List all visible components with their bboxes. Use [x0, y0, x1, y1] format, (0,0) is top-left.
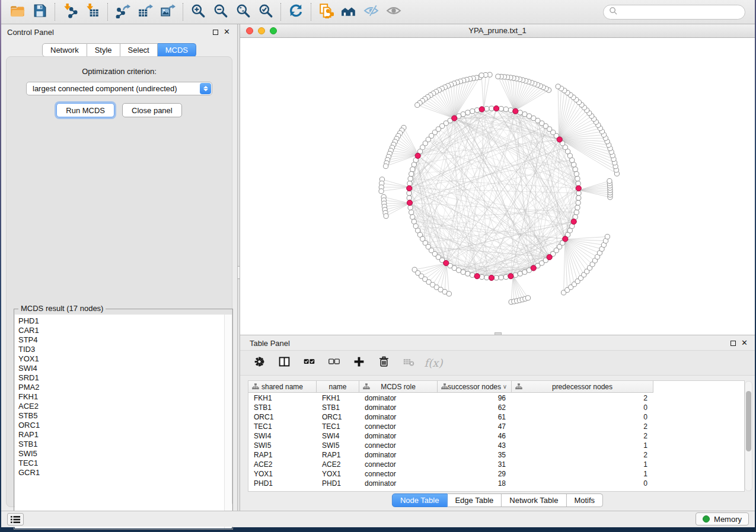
mcds-dominator-node[interactable]	[452, 116, 457, 121]
network-node[interactable]	[407, 191, 412, 196]
search-box[interactable]	[603, 5, 745, 20]
table-cell[interactable]: 31	[438, 460, 512, 469]
table-cell[interactable]: SWI5	[317, 441, 359, 450]
network-node[interactable]	[499, 275, 503, 280]
table-cell[interactable]: ACE2	[317, 460, 359, 469]
criterion-dropdown[interactable]: largest connected component (undirected)	[26, 82, 212, 95]
table-cell[interactable]: dominator	[359, 412, 438, 422]
network-node[interactable]	[480, 274, 484, 279]
table-cell[interactable]: 2	[512, 450, 653, 460]
mcds-result-item[interactable]: TEC1	[15, 459, 232, 468]
table-cell[interactable]: ACE2	[248, 460, 317, 469]
zoom-fit-button[interactable]	[232, 2, 254, 22]
table-cell[interactable]: 62	[438, 403, 512, 412]
network-node[interactable]	[410, 214, 415, 219]
sort-chevron-icon[interactable]: ∨	[503, 383, 507, 390]
save-session-button[interactable]	[28, 2, 51, 22]
import-network-button[interactable]	[59, 2, 81, 22]
table-scrollbar-thumb[interactable]	[746, 391, 751, 451]
table-cell[interactable]: ORC1	[317, 412, 359, 422]
network-node[interactable]	[465, 110, 470, 115]
table-cell[interactable]: YOX1	[317, 469, 359, 479]
table-cell[interactable]: 1	[512, 460, 653, 469]
table-cell[interactable]: FKH1	[317, 393, 359, 403]
delete-column-button[interactable]	[377, 356, 391, 370]
show-all-button[interactable]	[382, 2, 405, 22]
network-node[interactable]	[410, 167, 415, 172]
mcds-result-item[interactable]: ORC1	[15, 421, 232, 430]
network-node[interactable]	[484, 106, 489, 111]
table-cell[interactable]: TEC1	[248, 422, 317, 431]
network-node[interactable]	[408, 177, 413, 181]
mcds-dominator-node[interactable]	[415, 153, 420, 158]
tab-network[interactable]: Network	[42, 43, 87, 57]
table-cell[interactable]: 96	[438, 393, 512, 403]
mcds-result-item[interactable]: CAR1	[15, 326, 232, 335]
network-node[interactable]	[518, 271, 522, 276]
mcds-result-item[interactable]: STB5	[15, 411, 232, 421]
mcds-dominator-node[interactable]	[547, 254, 552, 259]
table-cell[interactable]: 43	[438, 441, 512, 450]
mcds-dominator-node[interactable]	[493, 105, 499, 111]
mcds-dominator-node[interactable]	[571, 219, 576, 224]
network-node[interactable]	[576, 181, 580, 186]
mcds-dominator-node[interactable]	[474, 274, 480, 279]
mcds-result-item[interactable]: PMA2	[15, 383, 232, 392]
mcds-dominator-node[interactable]	[563, 236, 568, 242]
mcds-result-item[interactable]: TID3	[15, 345, 232, 354]
table-cell[interactable]: dominator	[359, 393, 438, 403]
network-node[interactable]	[456, 268, 461, 273]
table-cell[interactable]: 1	[512, 441, 653, 450]
network-node[interactable]	[412, 219, 416, 224]
network-node[interactable]	[408, 205, 413, 210]
network-node[interactable]	[508, 108, 513, 113]
network-node[interactable]	[522, 112, 527, 117]
network-node[interactable]	[503, 274, 508, 279]
network-node[interactable]	[409, 172, 414, 177]
mcds-dominator-node[interactable]	[444, 260, 449, 265]
search-input[interactable]	[618, 7, 745, 18]
run-mcds-button[interactable]: Run MCDS	[56, 103, 114, 117]
tab-edge-table[interactable]: Edge Table	[447, 493, 502, 507]
network-node[interactable]	[494, 275, 499, 280]
zoom-in-button[interactable]	[187, 2, 209, 22]
mcds-dominator-node[interactable]	[489, 275, 494, 280]
table-cell[interactable]: 18	[438, 479, 512, 488]
mcds-dominator-node[interactable]	[407, 185, 412, 191]
mcds-result-item[interactable]: ACE2	[15, 402, 232, 411]
deselect-all-rows-button[interactable]	[327, 356, 341, 370]
network-node[interactable]	[527, 114, 531, 118]
table-cell[interactable]: RAP1	[317, 450, 359, 460]
network-node[interactable]	[412, 162, 416, 167]
tab-motifs[interactable]: Motifs	[566, 493, 603, 507]
network-node[interactable]	[479, 73, 484, 78]
table-cell[interactable]: 0	[512, 412, 653, 422]
table-cell[interactable]: 0	[512, 479, 653, 488]
mcds-result-list[interactable]: PHD1CAR1STP4TID3YOX1SWI4SRD1PMA2FKH1ACE2…	[15, 315, 232, 528]
mcds-result-item[interactable]: SWI5	[15, 449, 232, 459]
duplicate-network-button[interactable]	[315, 2, 337, 22]
tab-node-table[interactable]: Node Table	[392, 493, 448, 507]
table-cell[interactable]: SWI4	[248, 431, 317, 441]
network-node[interactable]	[409, 210, 414, 214]
table-cell[interactable]: FKH1	[248, 393, 317, 403]
network-node[interactable]	[525, 296, 530, 300]
close-panel-button[interactable]: Close panel	[122, 103, 182, 117]
network-node[interactable]	[407, 196, 412, 200]
table-cell[interactable]: PHD1	[317, 479, 359, 488]
table-cell[interactable]: YOX1	[248, 469, 317, 479]
refresh-layout-button[interactable]	[285, 2, 307, 22]
network-node[interactable]	[513, 273, 518, 277]
add-column-button[interactable]	[352, 356, 366, 370]
table-scrollbar[interactable]	[745, 381, 752, 491]
memory-button[interactable]: Memory	[696, 512, 749, 525]
network-node[interactable]	[475, 108, 480, 113]
mcds-result-item[interactable]: FKH1	[15, 392, 232, 402]
table-cell[interactable]: 29	[438, 469, 512, 479]
table-cell[interactable]: 1	[512, 469, 653, 479]
table-cell[interactable]: RAP1	[248, 450, 317, 460]
window-minimize-icon[interactable]	[258, 27, 265, 34]
column-header-name[interactable]: name	[317, 381, 359, 393]
mcds-dominator-node[interactable]	[576, 185, 581, 191]
network-node[interactable]	[484, 275, 489, 280]
